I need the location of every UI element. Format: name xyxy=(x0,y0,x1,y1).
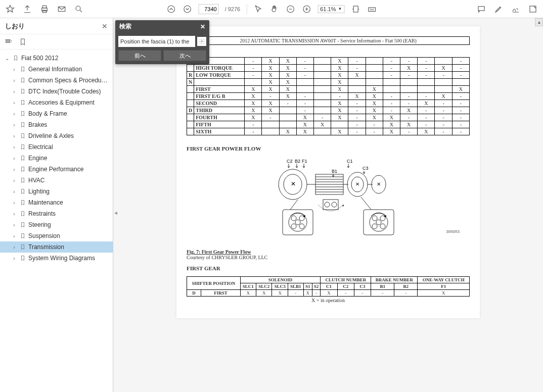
search-input[interactable] xyxy=(118,36,195,47)
sidebar-item[interactable]: ›Brakes xyxy=(0,119,113,130)
section-heading: FIRST GEAR xyxy=(187,265,470,271)
svg-text:B1: B1 xyxy=(332,169,337,174)
upload-icon[interactable] xyxy=(22,4,32,14)
close-icon[interactable]: ✕ xyxy=(102,22,108,30)
bookmark-icon xyxy=(19,177,26,184)
gear-icon[interactable] xyxy=(197,37,206,46)
sidebar-item[interactable]: ›Transmission xyxy=(0,241,113,253)
highlight-icon[interactable] xyxy=(493,4,504,14)
sidebar-item[interactable]: ›Steering xyxy=(0,219,113,230)
scroll-up-icon[interactable]: ▴ xyxy=(535,18,543,26)
bookmark-icon xyxy=(19,255,26,262)
svg-point-47 xyxy=(295,220,300,225)
svg-point-57 xyxy=(332,202,337,207)
sidebar-item[interactable]: ›Restraints xyxy=(0,208,113,219)
sidebar-item[interactable]: ›Engine Performance xyxy=(0,164,113,175)
search-next-button[interactable]: 次へ xyxy=(163,50,206,61)
bookmark-ribbon-icon[interactable] xyxy=(18,37,27,46)
star-icon[interactable] xyxy=(5,4,15,14)
figure-caption-credit: Courtesy of CHRYSLER GROUP, LLC xyxy=(187,255,267,260)
sidebar-item[interactable]: ›Engine xyxy=(0,153,113,164)
sidebar-item[interactable]: ›System Wiring Diagrams xyxy=(0,253,113,264)
search-icon[interactable] xyxy=(74,4,84,14)
chevron-right-icon[interactable]: › xyxy=(11,211,17,217)
svg-rect-2 xyxy=(42,10,47,13)
sidebar-item[interactable]: ›General Information xyxy=(0,64,113,75)
chevron-right-icon[interactable]: › xyxy=(11,100,17,106)
table-note: X = in operation xyxy=(187,298,470,303)
chevron-right-icon[interactable]: › xyxy=(11,122,17,128)
chevron-right-icon[interactable]: › xyxy=(11,233,17,239)
section-heading: FIRST GEAR POWER FLOW xyxy=(187,145,470,152)
sidebar-item[interactable]: ›Electrical xyxy=(0,141,113,153)
sign-icon[interactable] xyxy=(511,4,521,14)
bookmark-icon xyxy=(19,166,26,173)
sidebar-item[interactable]: ›Body & Frame xyxy=(0,108,113,119)
chevron-right-icon[interactable]: › xyxy=(11,144,17,150)
page-down-icon[interactable] xyxy=(183,4,193,14)
search-panel: 検索 ✕ 前へ 次へ xyxy=(115,20,209,64)
page-total: / 9276 xyxy=(225,6,241,12)
svg-rect-41 xyxy=(283,210,313,235)
sidebar-item[interactable]: ›Common Specs & Procedures xyxy=(0,75,113,86)
bookmark-root[interactable]: ⌄ Fiat 500 2012 xyxy=(0,53,113,64)
svg-rect-11 xyxy=(478,6,484,10)
gear-solenoid-table: P-XX-X-----HIGH TORQUE-XX-X--X-X-RLOW TO… xyxy=(187,57,470,135)
bookmark-tree: ⌄ Fiat 500 2012 ›General Information›Com… xyxy=(0,50,113,392)
chevron-right-icon[interactable]: › xyxy=(11,189,17,194)
comment-icon[interactable] xyxy=(476,4,486,14)
chevron-down-icon[interactable]: ⌄ xyxy=(4,56,10,61)
svg-point-43 xyxy=(291,216,296,221)
sidebar-item[interactable]: ›HVAC xyxy=(0,175,113,186)
svg-point-51 xyxy=(380,216,385,221)
document-page: 2012 AUTOMATIC TRANSMISSION AW60T - Serv… xyxy=(176,26,480,318)
sidebar-drag-handle[interactable]: ◂ xyxy=(113,205,118,220)
pointer-icon[interactable] xyxy=(253,4,263,14)
close-icon[interactable]: ✕ xyxy=(200,23,205,30)
chevron-right-icon[interactable]: › xyxy=(11,167,17,172)
sidebar-item[interactable]: ›Driveline & Axles xyxy=(0,130,113,141)
svg-rect-9 xyxy=(353,6,358,12)
sidebar-item[interactable]: ›Accesories & Equipment xyxy=(0,97,113,108)
chevron-right-icon[interactable]: › xyxy=(11,78,17,83)
zoom-in-icon[interactable] xyxy=(301,4,311,14)
svg-point-46 xyxy=(299,224,304,229)
svg-text:C3: C3 xyxy=(363,166,369,171)
svg-rect-48 xyxy=(364,210,394,235)
chevron-right-icon[interactable]: › xyxy=(11,256,17,261)
hand-icon[interactable] xyxy=(269,4,279,14)
svg-point-45 xyxy=(291,224,296,229)
svg-point-54 xyxy=(376,220,381,225)
print-icon[interactable] xyxy=(39,4,50,14)
chevron-right-icon[interactable]: › xyxy=(11,200,17,206)
mail-icon[interactable] xyxy=(57,4,67,14)
chevron-right-icon[interactable]: › xyxy=(11,67,17,72)
figure-caption-title: Fig. 7: First Gear Power Flow xyxy=(187,249,251,255)
chevron-right-icon[interactable]: › xyxy=(11,133,17,139)
chevron-right-icon[interactable]: › xyxy=(11,156,17,161)
chevron-right-icon[interactable]: › xyxy=(11,178,17,183)
outline-view-icon[interactable] xyxy=(4,37,13,46)
fit-width-icon[interactable] xyxy=(350,4,360,14)
more-icon[interactable] xyxy=(528,4,538,14)
chevron-right-icon[interactable]: › xyxy=(11,89,17,94)
chevron-right-icon[interactable]: › xyxy=(11,244,17,250)
chevron-right-icon[interactable]: › xyxy=(11,222,17,228)
chevron-right-icon[interactable]: › xyxy=(11,111,17,117)
page-number-input[interactable] xyxy=(199,4,219,14)
zoom-select[interactable]: 61.1%▼ xyxy=(318,5,344,13)
keyboard-icon[interactable] xyxy=(367,4,377,14)
bookmark-icon xyxy=(19,99,26,106)
svg-rect-1 xyxy=(42,6,47,8)
svg-point-56 xyxy=(325,202,330,207)
main-toolbar: / 9276 61.1%▼ xyxy=(0,0,543,18)
sidebar-item[interactable]: ›Suspension xyxy=(0,230,113,241)
sidebar-item[interactable]: ›DTC Index(Trouble Codes) xyxy=(0,86,113,97)
search-prev-button[interactable]: 前へ xyxy=(118,50,161,61)
sidebar-item[interactable]: ›Maintenance xyxy=(0,197,113,208)
bookmark-icon xyxy=(19,88,26,95)
document-viewport[interactable]: ▴ ◂ 検索 ✕ 前へ 次へ 2012 AUTOMATIC TRANSMISSI… xyxy=(113,18,543,392)
sidebar-item[interactable]: ›Lighting xyxy=(0,186,113,197)
page-up-icon[interactable] xyxy=(166,4,176,14)
zoom-out-icon[interactable] xyxy=(285,4,295,14)
